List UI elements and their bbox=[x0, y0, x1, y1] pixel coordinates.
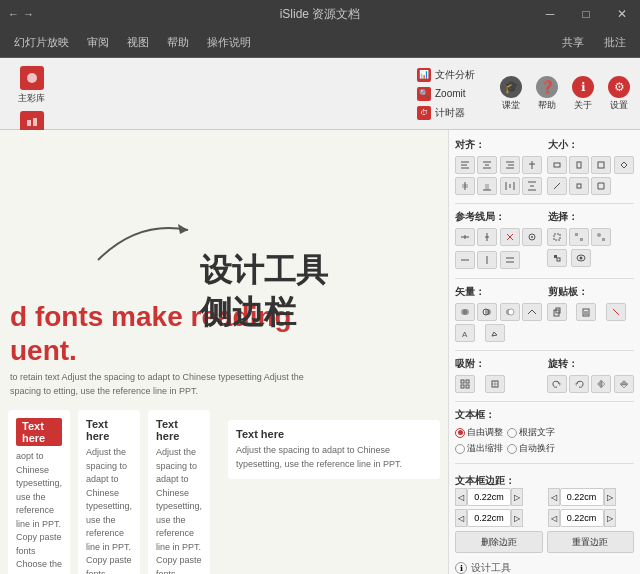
settings-btn[interactable]: ⚙ 设置 bbox=[602, 74, 636, 114]
margin-right-inc[interactable]: ▷ bbox=[604, 488, 616, 506]
distribute-v-btn[interactable] bbox=[522, 177, 542, 195]
paste-format-btn[interactable] bbox=[576, 303, 596, 321]
vector-text-btn[interactable]: A bbox=[455, 324, 475, 342]
svg-rect-28 bbox=[577, 162, 581, 168]
auto-adjust-radio[interactable]: 自由调整 bbox=[455, 426, 503, 439]
size-width-btn[interactable] bbox=[547, 156, 567, 174]
clear-margin-btn[interactable]: 删除边距 bbox=[455, 531, 543, 553]
vguide-pos-btn[interactable] bbox=[477, 251, 497, 269]
align-right-btn[interactable] bbox=[500, 156, 520, 174]
svg-point-49 bbox=[531, 236, 533, 238]
margin-bottom-dec[interactable]: ◁ bbox=[548, 509, 560, 527]
guide-settings-btn[interactable] bbox=[522, 228, 542, 246]
slide-canvas[interactable]: 设计工具 侧边栏 d fonts make reading uent. to r… bbox=[0, 130, 448, 574]
align-bottom-btn[interactable] bbox=[477, 177, 497, 195]
slideshow-btn[interactable]: 幻灯片放映 bbox=[6, 32, 77, 54]
settings-icon: ⚙ bbox=[608, 76, 630, 98]
minimize-button[interactable]: ─ bbox=[532, 0, 568, 28]
select-same-btn[interactable] bbox=[569, 228, 589, 246]
card-1-body: Adjust the spacing to adapt to Chinese t… bbox=[86, 446, 132, 574]
rotate-ccw-btn[interactable] bbox=[569, 375, 589, 393]
clear-format-btn[interactable] bbox=[606, 303, 626, 321]
hguide-pos-btn[interactable] bbox=[455, 251, 475, 269]
size-max-btn[interactable] bbox=[569, 177, 589, 195]
overflow-radio[interactable]: 溢出缩排 bbox=[455, 442, 503, 455]
info-icon[interactable]: ℹ bbox=[455, 562, 467, 574]
select-type-btn[interactable] bbox=[591, 228, 611, 246]
vector-union-btn[interactable] bbox=[455, 303, 475, 321]
margin-right-dec[interactable]: ◁ bbox=[548, 488, 560, 506]
size-equal-btn[interactable] bbox=[591, 156, 611, 174]
text-based-radio[interactable]: 根据文字 bbox=[507, 426, 555, 439]
reset-margin-btn[interactable]: 重置边距 bbox=[547, 531, 635, 553]
adsorb-grid-btn[interactable] bbox=[455, 375, 475, 393]
slide-content: 设计工具 侧边栏 d fonts make reading uent. to r… bbox=[0, 130, 448, 574]
about-btn[interactable]: ℹ 关于 bbox=[566, 74, 600, 114]
adsorb-label: 吸附： bbox=[455, 357, 542, 371]
size-min-btn[interactable] bbox=[547, 177, 567, 195]
flip-h-btn[interactable] bbox=[591, 375, 611, 393]
rotate-cw-btn[interactable] bbox=[547, 375, 567, 393]
adsorb-object-btn[interactable] bbox=[485, 375, 505, 393]
text-based-dot bbox=[507, 428, 517, 438]
guide-align-btn[interactable] bbox=[500, 251, 520, 269]
title-bar: ← → iSlide 资源文档 ─ □ ✕ bbox=[0, 0, 640, 28]
margin-bottom-inc[interactable]: ▷ bbox=[604, 509, 616, 527]
copy-format-btn[interactable] bbox=[547, 303, 567, 321]
select-visible-btn[interactable] bbox=[571, 249, 591, 267]
margin-top-input[interactable] bbox=[467, 509, 511, 527]
flip-v-btn[interactable] bbox=[614, 375, 634, 393]
comment-btn[interactable]: 批注 bbox=[596, 32, 634, 54]
align-top-btn[interactable] bbox=[522, 156, 542, 174]
nav-back[interactable]: ← bbox=[8, 8, 19, 20]
timer-btn[interactable]: ⏱ 计时器 bbox=[413, 104, 479, 122]
svg-rect-27 bbox=[554, 163, 560, 167]
tab-main-color[interactable]: 主彩库 bbox=[14, 64, 50, 107]
margin-right-input[interactable] bbox=[560, 488, 604, 506]
classroom-btn[interactable]: 🎓 课堂 bbox=[494, 74, 528, 114]
guides-btns-2 bbox=[455, 251, 543, 269]
add-vguide-btn[interactable] bbox=[477, 228, 497, 246]
right-sidebar: 对齐： 大小： bbox=[448, 130, 640, 574]
ribbon-right-action-btns: 🎓 课堂 ❓ 帮助 ℹ 关于 ⚙ 设置 bbox=[490, 70, 640, 118]
svg-text:A: A bbox=[462, 330, 468, 338]
vector-row bbox=[455, 303, 634, 321]
help-btn[interactable]: 帮助 bbox=[159, 32, 197, 54]
margin-top-dec[interactable]: ◁ bbox=[455, 509, 467, 527]
distribute-h-btn[interactable] bbox=[500, 177, 520, 195]
vector-combine-btn[interactable] bbox=[522, 303, 542, 321]
help-ribbon-btn[interactable]: ❓ 帮助 bbox=[530, 74, 564, 114]
select-row-2 bbox=[547, 249, 635, 267]
vector-subtract-btn[interactable] bbox=[500, 303, 520, 321]
view-btn[interactable]: 视图 bbox=[119, 32, 157, 54]
margin-left-input[interactable] bbox=[467, 488, 511, 506]
vector-intersect-btn[interactable] bbox=[477, 303, 497, 321]
add-hguide-btn[interactable] bbox=[455, 228, 475, 246]
operations-btn[interactable]: 操作说明 bbox=[199, 32, 259, 54]
svg-rect-41 bbox=[577, 184, 581, 188]
maximize-button[interactable]: □ bbox=[568, 0, 604, 28]
file-analysis-btn[interactable]: 📊 文件分析 bbox=[413, 66, 479, 84]
margin-bottom-input[interactable] bbox=[560, 509, 604, 527]
clear-guides-btn[interactable] bbox=[500, 228, 520, 246]
close-button[interactable]: ✕ bbox=[604, 0, 640, 28]
align-left-btn[interactable] bbox=[455, 156, 475, 174]
auto-rows-radio[interactable]: 自动换行 bbox=[507, 442, 555, 455]
select-all-btn[interactable] bbox=[547, 228, 567, 246]
share-btn[interactable]: 共享 bbox=[554, 32, 592, 54]
margin-left-dec[interactable]: ◁ bbox=[455, 488, 467, 506]
margin-top-inc[interactable]: ▷ bbox=[511, 509, 523, 527]
select-invert-btn[interactable] bbox=[547, 249, 567, 267]
svg-marker-84 bbox=[597, 381, 600, 387]
margin-left-inc[interactable]: ▷ bbox=[511, 488, 523, 506]
align-center-btn[interactable] bbox=[477, 156, 497, 174]
zoomit-btn[interactable]: 🔍 Zoomit bbox=[413, 85, 479, 103]
size-fit-btn[interactable] bbox=[591, 177, 611, 195]
size-height-btn[interactable] bbox=[569, 156, 589, 174]
size-auto-btn[interactable] bbox=[614, 156, 634, 174]
textbox-radio-row: 自由调整 根据文字 bbox=[455, 426, 634, 439]
review-btn[interactable]: 审阅 bbox=[79, 32, 117, 54]
vector-edit-btn[interactable] bbox=[485, 324, 505, 342]
nav-forward[interactable]: → bbox=[23, 8, 34, 20]
align-vmid-btn[interactable] bbox=[455, 177, 475, 195]
